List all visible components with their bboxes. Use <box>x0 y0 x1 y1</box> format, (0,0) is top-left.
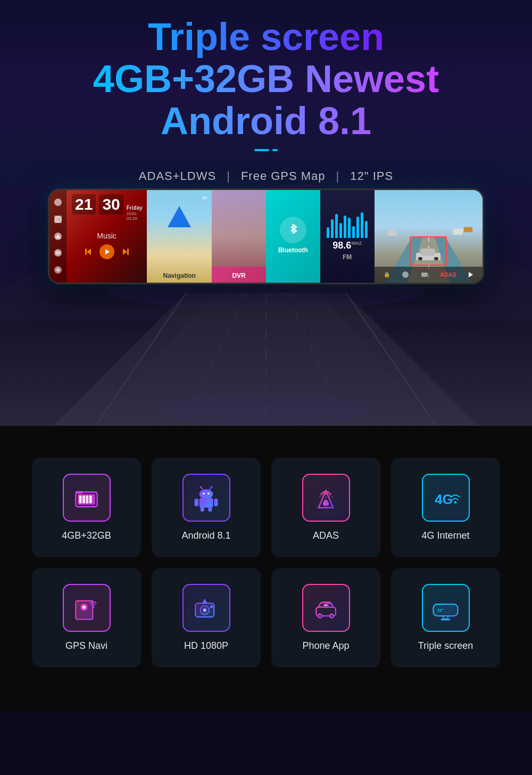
music-main: 21 30 Friday 2020-03-25 Music <box>66 190 147 263</box>
fm-bar-5 <box>344 216 346 238</box>
fm-bar-7 <box>352 226 355 238</box>
features-section: 4GB+32GB <box>0 426 532 710</box>
triple-icon-box: 12" <box>422 584 470 632</box>
title-line1: Triple screen <box>93 16 439 58</box>
svg-rect-16 <box>388 230 396 236</box>
fm-bar-9 <box>361 212 363 238</box>
svg-text:12": 12" <box>437 607 444 612</box>
android-label: Android 8.1 <box>181 530 230 541</box>
music-next-icon[interactable] <box>120 246 131 258</box>
specs-bar: ADAS+LDWS | Free GPS Map | 12" IPS <box>139 169 393 183</box>
camera-icon-box <box>182 584 230 632</box>
sidebar-icon-4 <box>54 249 62 257</box>
nav-arrow-icon <box>168 206 191 227</box>
android-icon <box>192 483 221 513</box>
svg-rect-39 <box>208 507 212 512</box>
fm-bar-8 <box>356 217 359 238</box>
fm-bar-2 <box>331 219 334 238</box>
svg-rect-18 <box>420 249 435 256</box>
svg-rect-8 <box>85 249 87 255</box>
svg-rect-15 <box>463 227 472 232</box>
svg-rect-55 <box>210 605 213 608</box>
svg-rect-38 <box>201 507 204 512</box>
dvr-road-bg <box>212 190 266 267</box>
camera-play-icon <box>469 272 473 277</box>
svg-marker-9 <box>105 249 110 254</box>
dvr-label: DVR <box>232 270 245 283</box>
feature-card-storage: 4GB+32GB <box>32 458 141 557</box>
dash-long <box>254 149 269 151</box>
music-play-icon[interactable] <box>99 244 114 259</box>
svg-point-59 <box>319 615 321 617</box>
device-strip: 21 30 Friday 2020-03-25 Music <box>48 188 484 284</box>
svg-point-54 <box>204 609 206 611</box>
storage-icon-box <box>63 474 111 522</box>
music-date-block: Friday 2020-03-25 <box>127 205 143 221</box>
triple-label: Triple screen <box>418 640 473 652</box>
sidebar-icon-5 <box>54 266 62 274</box>
camera-icon <box>192 593 221 623</box>
svg-point-63 <box>325 605 326 606</box>
dash-decoration <box>254 149 278 151</box>
music-time-row: 21 30 Friday 2020-03-25 <box>72 194 142 221</box>
svg-point-49 <box>93 606 95 608</box>
svg-rect-36 <box>195 498 198 506</box>
device-bluetooth-section: Bluetooth <box>266 190 320 283</box>
device-dvr-section: DVR <box>212 190 266 283</box>
svg-point-62 <box>326 601 331 605</box>
camera-car <box>416 246 440 262</box>
music-min: 30 <box>99 194 123 215</box>
4g-label: 4G Internet <box>421 530 469 541</box>
storage-icon <box>72 483 101 513</box>
music-hour: 21 <box>72 194 96 215</box>
music-label: Music <box>72 232 142 240</box>
spec-adas: ADAS+LDWS <box>139 169 216 183</box>
svg-rect-11 <box>127 249 129 255</box>
triple-screen-icon: 12" <box>431 593 460 623</box>
4g-icon: 4G <box>431 483 460 513</box>
svg-rect-24 <box>82 495 85 503</box>
device-navigation-section: ✏ Navigation <box>147 190 212 283</box>
svg-rect-27 <box>76 491 82 493</box>
nav-pencil-icon: ✏ <box>202 194 207 202</box>
fm-label: FM <box>343 253 352 261</box>
music-sidebar <box>49 190 66 283</box>
feature-card-android: Android 8.1 <box>152 458 261 557</box>
svg-point-4 <box>160 394 372 426</box>
svg-point-65 <box>326 605 327 606</box>
feature-card-adas: ADAS <box>271 458 380 557</box>
device-strip-wrapper: 21 30 Friday 2020-03-25 Music <box>48 188 484 284</box>
svg-point-29 <box>203 492 205 494</box>
svg-rect-71 <box>440 619 450 620</box>
fm-bar-6 <box>348 218 351 238</box>
svg-point-60 <box>331 615 333 617</box>
music-prev-icon[interactable] <box>82 246 94 258</box>
adas-icon-box <box>302 474 350 522</box>
svg-rect-37 <box>214 498 218 506</box>
gps-icon-box <box>63 584 111 632</box>
bluetooth-icon <box>280 217 306 243</box>
fm-bar-10 <box>365 221 368 238</box>
feature-card-phone: Phone App <box>271 568 380 667</box>
svg-rect-20 <box>434 257 438 260</box>
svg-point-48 <box>82 605 86 608</box>
svg-line-2 <box>186 293 245 426</box>
svg-point-44 <box>454 501 457 504</box>
svg-rect-14 <box>453 228 462 235</box>
svg-rect-23 <box>79 495 82 503</box>
title-line3: Android 8.1 <box>93 100 439 142</box>
sidebar-icon-2 <box>54 216 62 223</box>
fm-bar-4 <box>339 223 342 238</box>
spec-gps: Free GPS Map <box>241 169 326 183</box>
fm-frequency: 98.6MHZ <box>332 240 362 251</box>
gps-label: GPS Navi <box>65 640 107 652</box>
svg-rect-26 <box>89 495 92 503</box>
camera-ctrl-2 <box>421 273 428 277</box>
svg-marker-10 <box>123 249 127 255</box>
svg-rect-35 <box>200 498 213 507</box>
adas-icon <box>311 483 340 513</box>
svg-marker-7 <box>87 249 91 255</box>
svg-point-28 <box>200 489 213 499</box>
hero-title-block: Triple screen 4GB+32GB Newest Android 8.… <box>93 0 439 143</box>
camera-label: HD 1080P <box>184 640 228 652</box>
